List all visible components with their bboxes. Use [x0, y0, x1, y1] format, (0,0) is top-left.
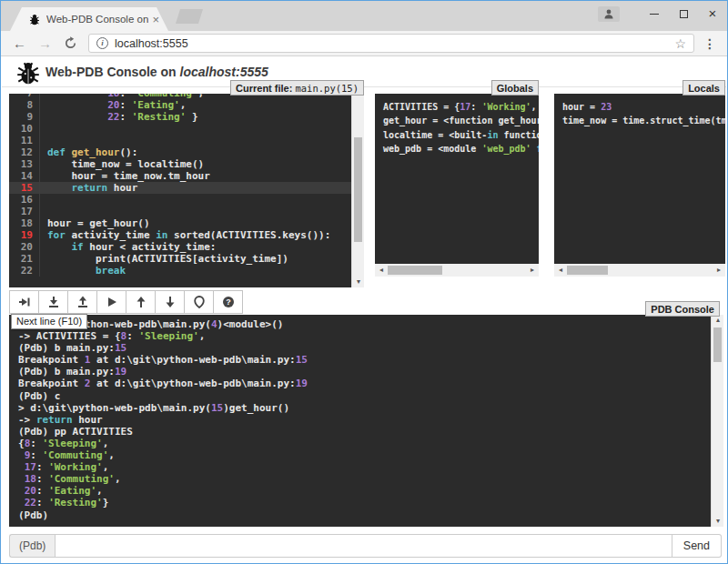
line-number[interactable]: 10 — [9, 123, 40, 135]
next-line-button[interactable] — [9, 290, 39, 314]
code-text: def get_hour(): — [40, 146, 137, 158]
tab-close-icon[interactable]: × — [152, 14, 159, 25]
continue-button[interactable] — [96, 290, 126, 314]
code-text: hour = time_now.tm_hour — [40, 170, 210, 182]
tab-strip: Web-PDB Console on lo × × — [1, 1, 727, 31]
up-button[interactable] — [126, 290, 156, 314]
help-button[interactable]: ? — [213, 290, 243, 314]
command-input-bar: (Pdb) Send — [9, 534, 722, 558]
help-icon: ? — [222, 296, 235, 308]
maximize-icon — [680, 10, 688, 18]
app-header: Web-PDB Console on localhost:5555 — [2, 57, 726, 87]
line-number[interactable]: 18 — [9, 217, 40, 229]
minimize-icon — [650, 14, 659, 15]
code-text — [40, 194, 47, 206]
locals-scrollbar-thumb[interactable] — [567, 266, 608, 275]
code-text — [40, 123, 47, 135]
scroll-left-icon[interactable]: ◂ — [554, 264, 567, 277]
line-number[interactable]: 20 — [9, 241, 40, 253]
console-output[interactable]: > d:\git\python-web-pdb\main.py(4)<modul… — [9, 315, 711, 527]
console-line: ACTIVITIES = {17: 'Working', 18: ' — [383, 100, 531, 114]
where-button[interactable] — [184, 290, 214, 314]
breakpoint-line-number[interactable]: 15 — [9, 182, 40, 194]
console-line: Breakpoint 2 at d:\git\python-web-pdb\ma… — [18, 378, 702, 389]
console-line: {8: 'Sleeping', — [18, 438, 702, 449]
new-tab-button[interactable] — [176, 9, 203, 24]
code-text: hour = get_hour() — [40, 217, 150, 229]
profile-button[interactable] — [598, 6, 620, 22]
scroll-left-icon[interactable]: ◂ — [375, 264, 388, 277]
step-into-button[interactable] — [38, 290, 68, 314]
pdb-prompt-label: (Pdb) — [9, 534, 55, 558]
line-number[interactable]: 8 — [9, 99, 40, 111]
step-out-icon — [76, 296, 89, 308]
pdb-console-label: PDB Console — [645, 301, 720, 317]
close-button[interactable]: × — [698, 1, 727, 26]
refresh-icon[interactable] — [64, 36, 77, 50]
info-icon[interactable]: i — [96, 37, 108, 49]
console-line: 18: 'Commuting', — [18, 473, 702, 485]
line-number[interactable]: 22 — [9, 265, 40, 277]
step-out-button[interactable] — [67, 290, 97, 314]
code-text — [40, 135, 47, 146]
line-number[interactable]: 21 — [9, 253, 40, 265]
locals-content: hour = 23time_now = time.struct_time(tm_… — [554, 94, 725, 264]
back-icon[interactable]: ← — [13, 36, 26, 50]
scroll-right-icon[interactable]: ▸ — [526, 264, 539, 277]
console-scrollbar[interactable]: ▴ ▾ — [711, 315, 723, 527]
console-scrollbar-thumb[interactable] — [713, 327, 722, 362]
code-line: 21 print(ACTIVITIES[activity_time]) — [9, 253, 351, 265]
console-line: 22: 'Resting'} — [18, 497, 702, 509]
code-text — [40, 206, 47, 217]
line-number[interactable]: 11 — [9, 135, 40, 146]
browser-tab[interactable]: Web-PDB Console on lo × — [10, 7, 168, 31]
scroll-down-icon[interactable]: ▾ — [352, 277, 365, 287]
arrow-down-icon — [164, 296, 177, 308]
line-number[interactable]: 12 — [9, 146, 40, 158]
person-icon — [604, 9, 613, 19]
globals-label: Globals — [491, 80, 539, 96]
send-button[interactable]: Send — [672, 534, 722, 558]
pdb-command-input[interactable] — [55, 534, 672, 558]
line-number[interactable]: 17 — [9, 206, 40, 217]
breakpoint-line-number[interactable]: 19 — [9, 229, 40, 241]
scroll-down-icon[interactable]: ▾ — [712, 516, 724, 527]
editor-scrollbar-thumb[interactable] — [354, 137, 362, 242]
page-title: Web-PDB Console on localhost:5555 — [46, 65, 268, 79]
line-number[interactable]: 16 — [9, 194, 40, 206]
pdb-console-panel: PDB Console > d:\git\python-web-pdb\main… — [9, 315, 723, 527]
console-line: > d:\git\python-web-pdb\main.py(15)get_h… — [18, 402, 702, 414]
globals-scrollbar-thumb[interactable] — [388, 266, 442, 275]
bookmark-star-icon[interactable]: ☆ — [674, 36, 686, 51]
browser-menu-icon[interactable]: ⋮ — [703, 36, 716, 51]
code-editor[interactable]: 7 18: 'Commuting',8 20: 'Eating',9 22: '… — [9, 94, 351, 287]
address-bar[interactable]: i localhost:5555 ☆ — [88, 34, 694, 53]
locals-scrollbar[interactable]: ◂ ▸ — [554, 264, 725, 277]
code-lines: 7 18: 'Commuting',8 20: 'Eating',9 22: '… — [9, 94, 351, 277]
close-icon: × — [709, 5, 717, 21]
code-line: 8 20: 'Eating', — [9, 99, 351, 111]
forward-icon[interactable]: → — [38, 36, 52, 50]
code-text: time_now = localtime() — [40, 158, 204, 170]
code-line: 17 — [9, 206, 351, 217]
map-pin-icon — [193, 296, 206, 308]
maximize-button[interactable] — [669, 1, 698, 26]
console-line: (Pdb) b main.py:15 — [18, 342, 702, 354]
console-line: > d:\git\python-web-pdb\main.py(4)<modul… — [18, 318, 702, 330]
console-line: (Pdb) c — [18, 390, 702, 402]
bug-favicon-icon — [28, 13, 41, 25]
console-line: Breakpoint 1 at d:\git\python-web-pdb\ma… — [18, 354, 702, 366]
scroll-right-icon[interactable]: ▸ — [713, 264, 725, 277]
current-file-name: main.py(15) — [295, 83, 359, 94]
minimize-button[interactable] — [640, 1, 669, 26]
globals-scrollbar[interactable]: ◂ ▸ — [375, 264, 539, 277]
line-number[interactable]: 13 — [9, 158, 40, 170]
code-text: for activity_time in sorted(ACTIVITIES.k… — [40, 229, 330, 241]
editor-scrollbar[interactable]: ▾ — [351, 94, 364, 287]
console-line: time_now = time.struct_time(tm_yea — [562, 114, 717, 127]
next-line-icon — [18, 296, 31, 308]
line-number[interactable]: 14 — [9, 170, 40, 182]
line-number[interactable]: 9 — [9, 111, 40, 123]
arrow-up-icon — [135, 296, 147, 308]
down-button[interactable] — [155, 290, 185, 314]
